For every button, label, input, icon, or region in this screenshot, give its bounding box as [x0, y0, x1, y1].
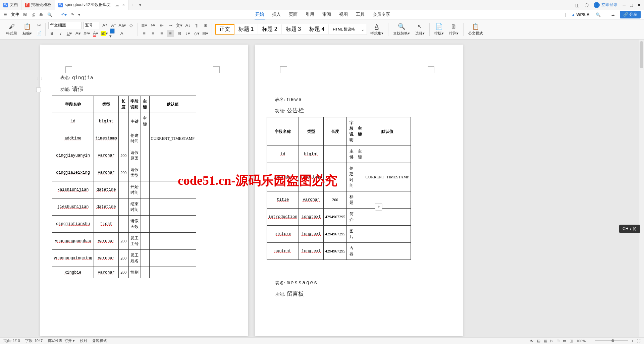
- align-right-icon[interactable]: ≡: [158, 30, 165, 37]
- style-h1[interactable]: 标题 1: [234, 24, 258, 34]
- official-doc-button[interactable]: 📋 公文模式: [466, 22, 485, 37]
- style-h2[interactable]: 标题 2: [258, 24, 281, 34]
- style-h4[interactable]: 标题 4: [305, 24, 329, 34]
- style-more-icon[interactable]: ⌄: [359, 26, 367, 33]
- close-window-icon[interactable]: ✕: [637, 3, 641, 7]
- document-area[interactable]: ⋮⋮ ⋮⋮ 表名:qingjia 功能:请假 字段名称类型长度字段说明主键默认值…: [0, 40, 639, 337]
- style-h3[interactable]: 标题 3: [282, 24, 305, 34]
- font-color-icon[interactable]: A▾: [92, 30, 99, 37]
- tab-current-doc[interactable]: W springbootv4279数据库文 ☁ ×: [55, 0, 128, 10]
- layout-button[interactable]: 📄 排版▾: [432, 22, 446, 37]
- align-justify-icon[interactable]: ≡: [167, 30, 174, 37]
- page-indicator[interactable]: 页面: 1/10: [3, 338, 20, 343]
- text-direction-icon[interactable]: 文▾: [175, 22, 183, 29]
- reading-view-icon[interactable]: ▦: [544, 339, 547, 343]
- align-left-icon[interactable]: ≡: [141, 30, 148, 37]
- select-button[interactable]: ↖ 选择▾: [413, 22, 427, 37]
- increase-font-icon[interactable]: A⁺: [101, 22, 109, 29]
- menu-tab-tools[interactable]: 工具: [355, 10, 365, 19]
- italic-icon[interactable]: I: [57, 30, 64, 37]
- maximize-icon[interactable]: ▢: [630, 3, 633, 7]
- font-select[interactable]: [48, 22, 82, 29]
- redo-icon[interactable]: ↷: [71, 12, 74, 17]
- strikethrough-icon[interactable]: A̶▾: [74, 30, 82, 37]
- size-select[interactable]: [83, 22, 100, 29]
- bullets-icon[interactable]: ≣▾: [141, 22, 148, 29]
- tab-docs[interactable]: W 文档: [0, 0, 21, 10]
- fit-page-icon[interactable]: ⛶: [637, 339, 641, 343]
- numbering-icon[interactable]: ⅟▾: [149, 22, 157, 29]
- arrange-button[interactable]: 🗎 排列▾: [447, 22, 461, 37]
- drag-handle-icon[interactable]: ⋮⋮: [36, 88, 41, 92]
- proofreading-status[interactable]: 校对: [80, 338, 87, 343]
- line-spacing-icon[interactable]: ↕▾: [184, 30, 192, 37]
- ime-indicator[interactable]: CH ♪ 简: [619, 225, 640, 233]
- paste-button[interactable]: 📋 粘贴▾: [20, 22, 34, 37]
- superscript-icon[interactable]: X²▾: [83, 30, 91, 37]
- find-replace-button[interactable]: 🔍 查找替换▾: [391, 22, 412, 37]
- menu-tab-vip[interactable]: 会员专享: [372, 10, 391, 19]
- char-border-icon[interactable]: A: [118, 30, 125, 37]
- compat-mode[interactable]: 兼容模式: [92, 338, 107, 343]
- play-icon[interactable]: ▷: [550, 339, 553, 343]
- spell-check-status[interactable]: 拼写检查: 打开 ▾: [48, 338, 75, 343]
- more-dropdown-icon[interactable]: ▾: [78, 12, 80, 17]
- decrease-indent-icon[interactable]: ⇤: [158, 22, 165, 29]
- drag-handle-icon[interactable]: ⋮⋮: [36, 76, 40, 80]
- share-button[interactable]: 🔗 分享: [620, 11, 641, 18]
- cut-icon[interactable]: ✂: [35, 22, 43, 29]
- underline-icon[interactable]: U▾: [66, 30, 73, 37]
- style-normal[interactable]: 正文: [215, 24, 234, 35]
- window-mode-icon[interactable]: ◫: [575, 2, 580, 8]
- cloud-icon[interactable]: ☁: [611, 12, 615, 17]
- print-icon[interactable]: 🖶: [39, 12, 43, 17]
- file-menu[interactable]: 文件: [11, 12, 19, 17]
- outline-view-icon[interactable]: ▤: [537, 339, 540, 343]
- cube-icon[interactable]: ⬡: [585, 2, 589, 8]
- zoom-level[interactable]: 100%: [576, 339, 586, 343]
- tab-template[interactable]: P 找稻壳模板: [21, 0, 55, 10]
- export-icon[interactable]: 🖨: [31, 12, 35, 17]
- minimize-icon[interactable]: ─: [623, 3, 626, 7]
- close-icon[interactable]: ×: [122, 3, 125, 7]
- save-icon[interactable]: 🖫: [23, 12, 27, 17]
- decrease-font-icon[interactable]: A⁻: [110, 22, 117, 29]
- word-count[interactable]: 字数: 1047: [25, 338, 43, 343]
- menu-tab-review[interactable]: 审阅: [322, 10, 332, 19]
- fullscreen-view-icon[interactable]: ◫: [570, 339, 573, 343]
- style-html[interactable]: HTML 预设格: [329, 25, 359, 33]
- new-tab-button[interactable]: +: [128, 3, 138, 7]
- borders-icon[interactable]: ⊞▾: [202, 30, 209, 37]
- menu-tab-view[interactable]: 视图: [338, 10, 348, 19]
- distribute-icon[interactable]: ⊟: [175, 30, 183, 37]
- tab-dropdown-icon[interactable]: ▾: [138, 3, 143, 7]
- tabs-icon[interactable]: ⊞: [202, 22, 209, 29]
- view-mode-icon[interactable]: 👁: [530, 339, 534, 343]
- search-icon[interactable]: 🔍: [596, 12, 601, 17]
- clear-format-icon[interactable]: ◇: [127, 22, 135, 29]
- increase-indent-icon[interactable]: ⇥: [167, 22, 174, 29]
- sort-icon[interactable]: A↓: [184, 22, 192, 29]
- menu-tab-reference[interactable]: 引用: [305, 10, 315, 19]
- menu-tab-start[interactable]: 开始: [255, 10, 265, 19]
- undo-icon[interactable]: ↶▾: [61, 12, 67, 17]
- zoom-slider[interactable]: [595, 340, 628, 341]
- hamburger-icon[interactable]: ☰: [3, 12, 7, 17]
- para-shading-icon[interactable]: ◇▾: [193, 30, 200, 37]
- align-center-icon[interactable]: ≡: [149, 30, 157, 37]
- add-block-button[interactable]: +: [375, 203, 382, 211]
- scrollbar-thumb[interactable]: [640, 41, 643, 68]
- tab-menu-icon[interactable]: ☁: [115, 3, 119, 7]
- wps-ai-button[interactable]: ▲ WPS AI: [571, 12, 590, 17]
- zoom-out-icon[interactable]: −: [589, 339, 591, 343]
- print-view-icon[interactable]: ▭: [563, 339, 566, 343]
- show-marks-icon[interactable]: ¶: [193, 22, 200, 29]
- menu-tab-insert[interactable]: 插入: [271, 10, 281, 19]
- styles-button[interactable]: A̲ 样式集▾: [368, 22, 385, 37]
- change-case-icon[interactable]: Aa▾: [119, 22, 126, 29]
- copy-icon[interactable]: 📄: [35, 30, 43, 37]
- web-view-icon[interactable]: ⊞: [556, 339, 559, 343]
- highlight-icon[interactable]: ab▾: [101, 30, 108, 37]
- menu-tab-page[interactable]: 页面: [288, 10, 298, 19]
- zoom-in-icon[interactable]: +: [632, 339, 634, 343]
